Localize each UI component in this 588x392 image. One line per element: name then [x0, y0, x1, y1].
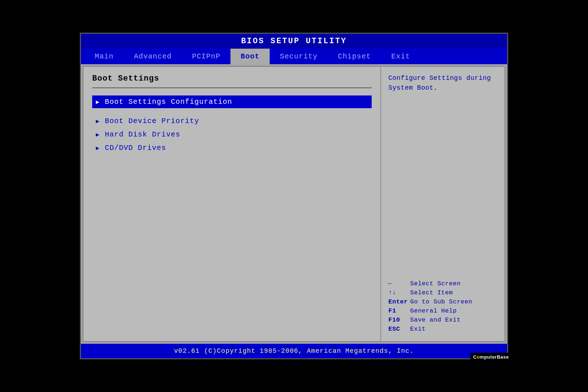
nav-item-exit[interactable]: Exit	[381, 49, 420, 64]
key-label: F1	[388, 307, 410, 314]
left-panel: Boot Settings ▶Boot Settings Configurati…	[83, 67, 381, 341]
nav-item-pcipnp[interactable]: PCIPnP	[182, 49, 230, 64]
key-row-1: ↑↓Select Item	[388, 289, 497, 296]
nav-bar: MainAdvancedPCIPnPBootSecurityChipsetExi…	[81, 49, 507, 64]
nav-item-advanced[interactable]: Advanced	[124, 49, 182, 64]
menu-item-2[interactable]: ▶Hard Disk Drives	[92, 128, 372, 141]
nav-item-main[interactable]: Main	[85, 49, 124, 64]
menu-item-label: Boot Device Priority	[105, 117, 199, 125]
key-row-0: ←Select Screen	[388, 280, 497, 287]
bios-screen: BIOS SETUP UTILITY MainAdvancedPCIPnPBoo…	[80, 33, 508, 359]
section-title: Boot Settings	[92, 74, 372, 83]
key-label: F10	[388, 317, 410, 323]
nav-item-chipset[interactable]: Chipset	[328, 49, 381, 64]
key-label: ↑↓	[388, 289, 410, 296]
main-area: Boot Settings ▶Boot Settings Configurati…	[82, 66, 506, 342]
bios-title: BIOS SETUP UTILITY	[81, 34, 507, 49]
right-panel: Configure Settings during System Boot. ←…	[381, 67, 505, 341]
key-desc: Select Screen	[410, 280, 497, 287]
key-desc: Save and Exit	[410, 317, 497, 323]
menu-arrow-icon: ▶	[96, 118, 100, 125]
key-desc: Select Item	[410, 289, 497, 296]
menu-arrow-icon: ▶	[96, 144, 100, 152]
help-text: Configure Settings during System Boot.	[388, 73, 497, 93]
menu-item-label: Boot Settings Configuration	[105, 98, 232, 106]
key-desc: Go to Sub Screen	[410, 298, 497, 305]
key-row-2: EnterGo to Sub Screen	[388, 298, 497, 305]
menu-item-label: Hard Disk Drives	[105, 130, 180, 139]
footer: v02.61 (C)Copyright 1985-2006, American …	[81, 344, 507, 358]
menu-item-label: CD/DVD Drives	[105, 144, 166, 152]
key-row-3: F1General Help	[388, 307, 497, 314]
key-label: ESC	[388, 326, 410, 332]
key-help: ←Select Screen↑↓Select ItemEnterGo to Su…	[388, 280, 497, 335]
menu-item-3[interactable]: ▶CD/DVD Drives	[92, 142, 372, 154]
key-label: Enter	[388, 298, 410, 305]
section-divider	[92, 87, 372, 88]
menu-item-1[interactable]: ▶Boot Device Priority	[92, 115, 372, 127]
nav-item-boot[interactable]: Boot	[230, 49, 270, 64]
key-row-5: ESCExit	[388, 326, 497, 332]
key-row-4: F10Save and Exit	[388, 317, 497, 323]
key-desc: Exit	[410, 326, 497, 332]
menu-arrow-icon: ▶	[96, 131, 100, 138]
watermark: ComputerBase	[470, 353, 512, 361]
key-label: ←	[388, 280, 410, 287]
menu-arrow-icon: ▶	[96, 98, 100, 106]
nav-item-security[interactable]: Security	[270, 49, 328, 64]
key-desc: General Help	[410, 307, 497, 314]
menu-item-0[interactable]: ▶Boot Settings Configuration	[92, 95, 372, 108]
